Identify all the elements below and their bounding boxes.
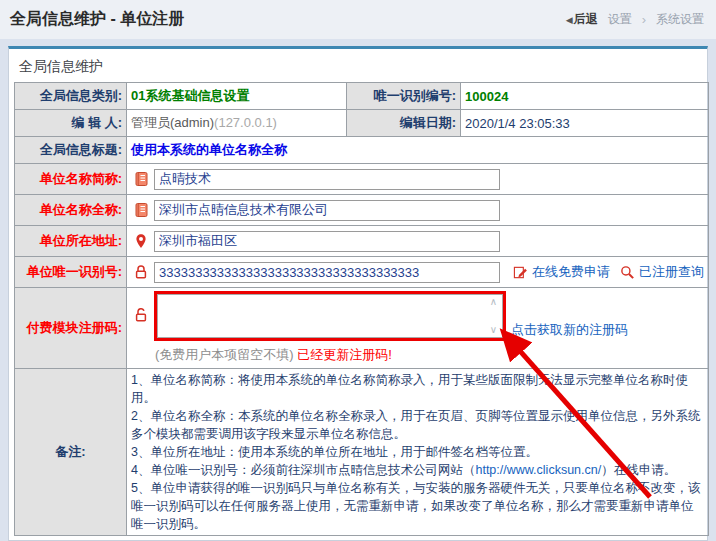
editor-value: 管理员(admin): [131, 115, 214, 130]
scroll-down-icon[interactable]: ∨: [490, 325, 497, 335]
uid-label: 唯一识别编号:: [347, 83, 461, 110]
short-name-input[interactable]: [154, 169, 500, 190]
book-icon: [133, 171, 149, 187]
edit-date-label: 编辑日期:: [347, 110, 461, 137]
table-row: 付费模块注册码: ∧ ∨ 点击获取新的注册码: [15, 288, 709, 369]
page-title: 全局信息维护 - 单位注册: [10, 9, 184, 30]
breadcrumb-separator: ›: [642, 12, 646, 27]
breadcrumb-system-settings[interactable]: 系统设置: [656, 11, 704, 28]
full-name-input[interactable]: [154, 200, 500, 221]
free-user-hint: (免费用户本项留空不填): [155, 347, 294, 362]
uid-no-input[interactable]: [154, 262, 500, 283]
info-form-table: 全局信息类别: 01系统基础信息设置 唯一识别编号: 100024 编 辑 人:…: [14, 82, 709, 536]
table-row: 单位所在地址:: [15, 226, 709, 257]
textarea-scrollbar[interactable]: ∧ ∨: [486, 296, 501, 336]
info-title-label: 全局信息标题:: [15, 137, 127, 164]
edit-date-value: 2020/1/4 23:05:33: [461, 110, 709, 137]
editor-ip: (127.0.0.1): [214, 115, 277, 130]
get-new-code-link[interactable]: 点击获取新的注册码: [511, 321, 628, 339]
info-title-value: 使用本系统的单位名称全称: [127, 137, 709, 164]
apply-online-link[interactable]: 在线免费申请: [532, 263, 610, 281]
remark-item: 2、单位名称全称：本系统的单位名称全称录入，用于在页眉、页脚等位置显示使用单位信…: [131, 407, 704, 443]
back-icon: ◀: [566, 15, 573, 25]
uid-value: 100024: [461, 83, 709, 110]
remark-text: 4、单位唯一识别号：必须前往深圳市点晴信息技术公司网站（: [131, 463, 475, 477]
remarks-content: 1、单位名称简称：将使用本系统的单位名称简称录入，用于某些版面限制无法显示完整单…: [131, 371, 704, 533]
address-label: 单位所在地址:: [15, 226, 127, 257]
address-input[interactable]: [154, 231, 500, 252]
table-row: 编 辑 人: 管理员(admin)(127.0.0.1) 编辑日期: 2020/…: [15, 110, 709, 137]
uid-no-label: 单位唯一识别号:: [15, 257, 127, 288]
back-button[interactable]: ◀后退: [566, 11, 598, 28]
lock-closed-icon: [133, 264, 149, 280]
top-bar: 全局信息维护 - 单位注册 ◀后退 设置 › 系统设置: [0, 0, 716, 39]
table-row: 单位名称简称:: [15, 164, 709, 195]
full-name-label: 单位名称全称:: [15, 195, 127, 226]
category-value: 01系统基础信息设置: [127, 83, 347, 110]
remark-text: ）在线申请。: [601, 463, 676, 477]
top-navigation: ◀后退 设置 › 系统设置: [566, 11, 704, 28]
magnifier-icon[interactable]: [620, 265, 635, 280]
panel-title: 全局信息维护: [9, 49, 707, 82]
lock-open-icon: [133, 307, 149, 323]
back-label: 后退: [574, 11, 598, 28]
annotation-highlight-box: ∧ ∨: [154, 291, 506, 341]
code-updated-status: 已经更新注册码!: [297, 347, 392, 362]
table-row: 全局信息标题: 使用本系统的单位名称全称: [15, 137, 709, 164]
reg-code-label: 付费模块注册码:: [15, 288, 127, 369]
remark-item: 4、单位唯一识别号：必须前往深圳市点晴信息技术公司网站（http://www.c…: [131, 461, 704, 479]
registered-query-link[interactable]: 已注册查询: [639, 263, 704, 281]
main-panel: 全局信息维护 全局信息类别: 01系统基础信息设置 唯一识别编号: 100024…: [8, 46, 708, 541]
book-icon: [133, 202, 149, 218]
remark-item: 3、单位所在地址：使用本系统的单位所在地址，用于邮件签名档等位置。: [131, 443, 704, 461]
short-name-label: 单位名称简称:: [15, 164, 127, 195]
clicksun-website-link[interactable]: http://www.clicksun.cn/: [475, 463, 601, 477]
category-label: 全局信息类别:: [15, 83, 127, 110]
editor-label: 编 辑 人:: [15, 110, 127, 137]
breadcrumb-settings[interactable]: 设置: [608, 11, 632, 28]
edit-icon[interactable]: [513, 265, 528, 280]
table-row: 单位唯一识别号: 在线免费申请 已注册查询: [15, 257, 709, 288]
table-row: 单位名称全称:: [15, 195, 709, 226]
remark-item: 5、单位申请获得的唯一识别码只与单位名称有关，与安装的服务器硬件无关，只要单位名…: [131, 479, 704, 533]
remarks-label: 备注:: [15, 369, 127, 536]
reg-code-textarea[interactable]: ∧ ∨: [157, 294, 503, 338]
scroll-up-icon[interactable]: ∧: [490, 297, 497, 307]
table-row: 全局信息类别: 01系统基础信息设置 唯一识别编号: 100024: [15, 83, 709, 110]
table-row: 备注: 1、单位名称简称：将使用本系统的单位名称简称录入，用于某些版面限制无法显…: [15, 369, 709, 536]
remark-item: 1、单位名称简称：将使用本系统的单位名称简称录入，用于某些版面限制无法显示完整单…: [131, 371, 704, 407]
location-pin-icon: [133, 233, 149, 249]
